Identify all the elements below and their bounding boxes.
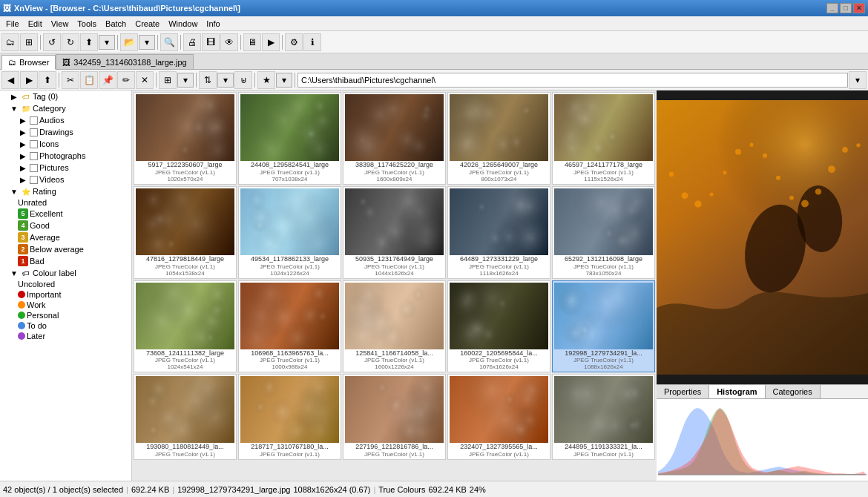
tb-thumbnails-button[interactable]: ⊞ <box>20 33 38 51</box>
tree-audios[interactable]: ▶ Audios <box>0 114 131 126</box>
tb-up-button[interactable]: ⬆ <box>80 33 98 51</box>
thumb-item[interactable]: 46597_1241177178_largeJPEG TrueColor (v1… <box>552 92 655 185</box>
thumb-item[interactable]: 24408_1295824541_largeJPEG TrueColor (v1… <box>238 92 341 185</box>
thumb-item[interactable]: 38398_1174625220_largeJPEG TrueColor (v1… <box>343 92 446 185</box>
thumb-item[interactable]: 106968_1163965763_la...JPEG TrueColor (v… <box>238 280 341 373</box>
tree-average[interactable]: 3 Average <box>0 231 131 243</box>
thumb-item[interactable]: 50935_1231764949_largeJPEG TrueColor (v1… <box>343 186 446 279</box>
thumb-item[interactable]: 64489_1273331229_largeJPEG TrueColor (v1… <box>447 186 550 279</box>
thumb-item[interactable]: 125841_1166714058_la...JPEG TrueColor (v… <box>343 280 446 373</box>
tree-rating[interactable]: ▼ ⭐ Rating <box>0 185 131 197</box>
audios-checkbox[interactable] <box>30 116 38 125</box>
close-button[interactable]: ✕ <box>853 3 865 13</box>
tree-personal[interactable]: Personal <box>0 310 131 320</box>
menu-file[interactable]: File <box>1 18 24 30</box>
thumb-item[interactable]: 193080_1180812449_la...JPEG TrueColor (v… <box>134 374 237 460</box>
tb-slideshow-button[interactable]: ▶ <box>262 33 280 51</box>
tb-nav-dropdown[interactable]: ▾ <box>99 36 114 49</box>
nav-forward-button[interactable]: ▶ <box>20 71 38 89</box>
thumb-item[interactable]: 232407_1327395565_la...JPEG TrueColor (v… <box>447 374 550 460</box>
menu-info[interactable]: Info <box>202 18 224 30</box>
nav-sort-dropdown[interactable]: ▾ <box>218 73 233 87</box>
thumb-item[interactable]: 192998_1279734291_la...JPEG TrueColor (v… <box>552 280 655 373</box>
tb-filmstrip-button[interactable]: 🎞 <box>202 33 220 51</box>
tb-find-button[interactable]: 🔍 <box>160 33 178 51</box>
tree-icons[interactable]: ▶ Icons <box>0 138 131 150</box>
nav-rename-button[interactable]: ✏ <box>117 71 135 89</box>
tree-bad[interactable]: 1 Bad <box>0 255 131 267</box>
menu-window[interactable]: Window <box>164 18 202 30</box>
title-bar-controls[interactable]: _ □ ✕ <box>826 3 865 13</box>
tab-categories[interactable]: Categories <box>766 385 821 398</box>
tab-browser[interactable]: 🗂 Browser <box>1 55 56 70</box>
tab-histogram[interactable]: Histogram <box>709 385 765 398</box>
tb-refresh-button[interactable]: ↺ <box>43 33 61 51</box>
thumb-item[interactable]: 160022_1205695844_la...JPEG TrueColor (v… <box>447 280 550 373</box>
tab-properties[interactable]: Properties <box>657 385 709 398</box>
nav-filter-button[interactable]: ⊎ <box>234 71 252 89</box>
nav-paste-button[interactable]: 📌 <box>99 71 116 89</box>
thumb-size: 1118x1626x24 <box>450 270 548 277</box>
tree-drawings[interactable]: ▶ Drawings <box>0 126 131 138</box>
icons-checkbox[interactable] <box>30 140 38 148</box>
tree-photographs[interactable]: ▶ Photographs <box>0 150 131 162</box>
tree-videos[interactable]: ▶ Videos <box>0 174 131 185</box>
path-input[interactable] <box>297 73 848 88</box>
menu-tools[interactable]: Tools <box>73 18 101 30</box>
thumb-item[interactable]: 49534_1178862133_largeJPEG TrueColor (v1… <box>238 186 341 279</box>
tb-print-button[interactable]: 🖨 <box>183 33 201 51</box>
tb-browse-button[interactable]: 🗂 <box>1 33 19 51</box>
tb-monitor-button[interactable]: 🖥 <box>243 33 261 51</box>
pictures-checkbox[interactable] <box>30 164 38 172</box>
nav-delete-button[interactable]: ✕ <box>136 71 154 89</box>
tab-image[interactable]: 🖼 342459_1314603188_large.jpg <box>56 54 193 69</box>
histogram-canvas <box>658 401 867 478</box>
thumb-item[interactable]: 218717_1310767180_la...JPEG TrueColor (v… <box>238 374 341 460</box>
nav-sort-button[interactable]: ⇅ <box>199 71 217 89</box>
nav-copy-button[interactable]: 📋 <box>80 71 98 89</box>
tree-work[interactable]: Work <box>0 300 131 310</box>
nav-bookmark-button[interactable]: ★ <box>257 71 275 89</box>
nav-view-button[interactable]: ⊞ <box>159 71 177 89</box>
menu-create[interactable]: Create <box>131 18 164 30</box>
thumb-item[interactable]: 65292_1312116098_largeJPEG TrueColor (v1… <box>552 186 655 279</box>
tree-excellent[interactable]: 5 Excellent <box>0 208 131 220</box>
maximize-button[interactable]: □ <box>840 3 852 13</box>
nav-up-button[interactable]: ⬆ <box>39 71 56 89</box>
tree-below-average[interactable]: 2 Below average <box>0 243 131 255</box>
tree-uncolored[interactable]: Uncolored <box>0 279 131 289</box>
nav-view-dropdown[interactable]: ▾ <box>178 73 193 87</box>
tree-pictures[interactable]: ▶ Pictures <box>0 162 131 174</box>
photographs-checkbox[interactable] <box>30 152 38 160</box>
tree-later[interactable]: Later <box>0 331 131 341</box>
nav-bookmark-dropdown[interactable]: ▾ <box>277 73 292 87</box>
menu-batch[interactable]: Batch <box>101 18 131 30</box>
tree-colour-label[interactable]: ▼ 🏷 Colour label <box>0 267 131 279</box>
drawings-checkbox[interactable] <box>30 128 38 136</box>
tree-todo[interactable]: To do <box>0 320 131 331</box>
thumb-item[interactable]: 5917_1222350607_largeJPEG TrueColor (v1.… <box>134 92 237 185</box>
tree-tag[interactable]: ▶ 🏷 Tag (0) <box>0 90 131 102</box>
videos-checkbox[interactable] <box>30 176 38 184</box>
minimize-button[interactable]: _ <box>826 3 838 13</box>
tb-refresh2-button[interactable]: ↻ <box>62 33 79 51</box>
thumb-item[interactable]: 47816_1279818449_largeJPEG TrueColor (v1… <box>134 186 237 279</box>
thumb-item[interactable]: 227196_1212816786_la...JPEG TrueColor (v… <box>343 374 446 460</box>
thumb-item[interactable]: 73608_1241111382_largeJPEG TrueColor (v1… <box>134 280 237 373</box>
tree-important[interactable]: Important <box>0 289 131 300</box>
thumb-item[interactable]: 244895_1191333321_la...JPEG TrueColor (v… <box>552 374 655 460</box>
tb-open-dropdown[interactable]: ▾ <box>139 36 154 49</box>
nav-cut-button[interactable]: ✂ <box>62 71 79 89</box>
tb-info-button[interactable]: ℹ <box>303 33 321 51</box>
tb-settings-button[interactable]: ⚙ <box>285 33 303 51</box>
tree-unrated[interactable]: Unrated <box>0 197 131 208</box>
tree-category[interactable]: ▼ 📁 Category <box>0 102 131 114</box>
menu-view[interactable]: View <box>47 18 73 30</box>
tree-good[interactable]: 4 Good <box>0 220 131 231</box>
tb-preview-button[interactable]: 👁 <box>220 33 238 51</box>
nav-go-button[interactable]: ▾ <box>849 71 867 89</box>
menu-edit[interactable]: Edit <box>24 18 47 30</box>
thumb-item[interactable]: 42026_1265649007_largeJPEG TrueColor (v1… <box>447 92 550 185</box>
nav-back-button[interactable]: ◀ <box>1 71 19 89</box>
tb-open-button[interactable]: 📂 <box>120 33 138 51</box>
